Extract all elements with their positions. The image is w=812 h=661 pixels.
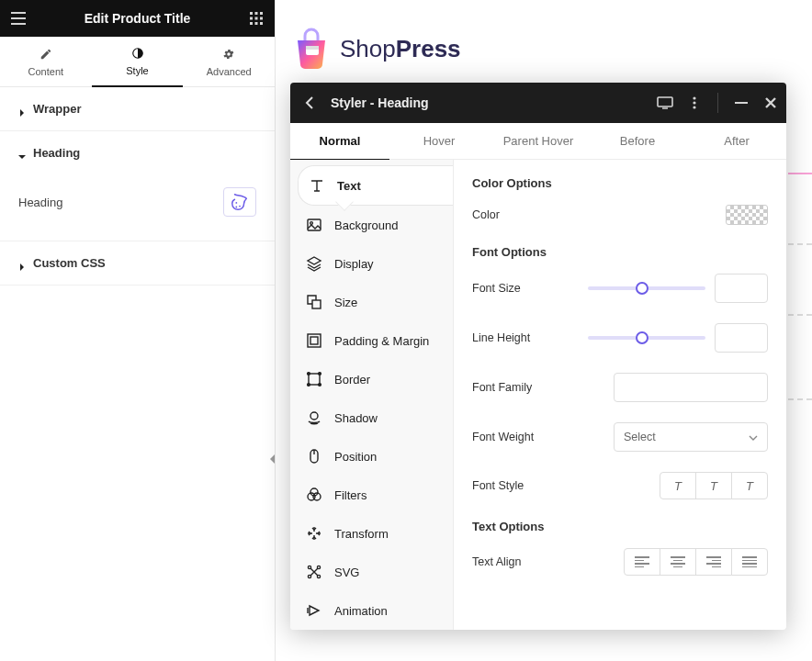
size-icon [305,293,323,311]
section-label: Custom CSS [33,256,106,270]
svg-rect-23 [308,219,321,230]
placeholder-line [788,314,812,316]
slider-thumb[interactable] [636,331,648,344]
svg-point-29 [308,373,310,375]
color-picker[interactable] [726,205,768,225]
cat-background[interactable]: Background [290,206,453,244]
font-size-input[interactable] [715,274,768,303]
slider-thumb[interactable] [636,282,648,295]
group-font-options: Font Options [472,245,768,259]
section-heading: Heading Heading [0,131,275,241]
cat-border[interactable]: Border [290,360,453,398]
heading-row: Heading [18,182,256,222]
cat-shadow[interactable]: Shadow [290,398,453,437]
cat-display[interactable]: Display [290,244,453,283]
label-color: Color [472,208,500,221]
svg-rect-5 [260,12,263,15]
section-label: Wrapper [33,102,82,116]
cat-label: Border [334,373,370,387]
align-left-button[interactable] [624,548,660,576]
font-family-input[interactable] [614,373,768,402]
open-styler-button[interactable] [223,187,256,217]
tab-label: Advanced [207,66,252,77]
selection-edge [788,173,812,174]
apps-grid-icon[interactable] [247,9,265,28]
svg-rect-25 [312,300,321,308]
svg-rect-18 [658,97,672,106]
category-list: Text Background Display Size Padding & M… [290,160,454,630]
section-heading-header[interactable]: Heading [0,131,275,174]
svg-rect-6 [250,17,253,20]
cat-padding-margin[interactable]: Padding & Margin [290,321,453,360]
close-button[interactable] [762,95,779,111]
cat-size[interactable]: Size [290,283,453,321]
state-tab-hover[interactable]: Hover [389,123,489,159]
caret-right-icon [18,260,26,267]
menu-icon[interactable] [9,9,28,28]
caret-down-icon [18,150,26,157]
state-tab-after[interactable]: After [687,123,786,159]
cat-transform[interactable]: Transform [290,514,453,553]
mouse-icon [305,447,323,465]
section-wrapper: Wrapper [0,87,275,131]
tab-content[interactable]: Content [0,37,92,86]
svg-point-15 [235,207,237,208]
tab-label: Content [28,66,64,77]
cat-position[interactable]: Position [290,437,453,476]
brand-name-a: Shop [340,35,396,62]
svg-point-32 [319,384,321,387]
font-style-group: T T T [660,472,768,499]
cat-label: Animation [334,604,388,618]
svg-point-14 [239,206,241,207]
styler-title: Styler - Heading [331,95,648,110]
cat-label: Transform [334,527,389,541]
font-size-slider[interactable] [588,286,705,290]
svg-icon [305,563,323,581]
section-label: Heading [33,146,80,160]
cat-animation[interactable]: Animation [290,591,453,630]
font-style-italic[interactable]: T [695,472,732,499]
state-tab-normal[interactable]: Normal [290,123,389,160]
state-tab-parent-hover[interactable]: Parent Hover [489,123,588,159]
align-center-button[interactable] [660,548,696,576]
line-height-input[interactable] [715,323,768,353]
cat-text[interactable]: Text [298,165,453,206]
align-justify-button[interactable] [731,548,768,576]
cat-label: Filters [334,488,367,502]
transform-icon [305,524,323,543]
cat-label: Display [334,257,374,271]
minimize-button[interactable] [733,95,750,111]
svg-rect-2 [11,23,26,25]
svg-point-33 [310,412,318,420]
section-custom-css-header[interactable]: Custom CSS [0,241,275,285]
svg-point-19 [693,96,695,99]
svg-point-21 [693,106,695,108]
state-tab-before[interactable]: Before [588,123,687,159]
cat-svg[interactable]: SVG [290,553,453,591]
svg-rect-7 [254,17,257,20]
svg-point-20 [693,101,695,104]
group-text-options: Text Options [472,520,768,533]
header-divider [717,93,718,113]
svg-point-31 [308,384,310,387]
back-button[interactable] [296,90,321,116]
font-style-normal[interactable]: T [660,472,696,499]
more-icon[interactable] [686,95,703,111]
editor-tabs: Content Style Advanced [0,37,275,87]
cat-label: SVG [334,566,359,579]
svg-rect-3 [250,12,253,15]
font-style-oblique[interactable]: T [731,472,768,499]
responsive-icon[interactable] [657,95,673,111]
cat-filters[interactable]: Filters [290,476,453,514]
cat-label: Padding & Margin [334,334,429,348]
tab-advanced[interactable]: Advanced [183,37,275,86]
brand-name-b: Press [396,35,461,62]
tab-style[interactable]: Style [92,37,184,87]
align-right-button[interactable] [695,548,732,576]
line-height-slider[interactable] [588,336,705,340]
section-wrapper-header[interactable]: Wrapper [0,87,275,130]
pencil-icon [39,47,52,62]
cat-label: Position [334,450,377,464]
font-weight-select[interactable]: Select [614,422,768,452]
state-label: Parent Hover [503,134,574,148]
